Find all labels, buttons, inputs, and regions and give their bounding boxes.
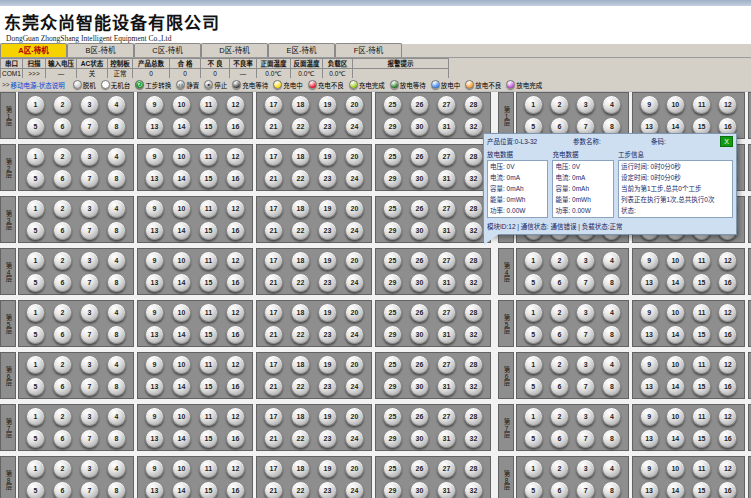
cell-circle-R-8-15[interactable]: 15 — [692, 481, 711, 498]
cell-circle-L-6-4[interactable]: 4 — [107, 355, 126, 374]
cell-circle-L-1-11[interactable]: 11 — [199, 95, 218, 114]
cell-circle-L-5-10[interactable]: 10 — [172, 303, 191, 322]
cell-circle-L-8-6[interactable]: 6 — [53, 481, 72, 498]
cell-circle-L-8-18[interactable]: 18 — [291, 459, 310, 478]
cell-circle-R-1-1[interactable]: 1 — [524, 95, 543, 114]
cell-circle-L-3-21[interactable]: 21 — [264, 221, 283, 240]
cell-circle-L-2-7[interactable]: 7 — [80, 169, 99, 188]
cell-circle-L-8-26[interactable]: 26 — [410, 459, 429, 478]
cell-circle-L-2-31[interactable]: 31 — [437, 169, 456, 188]
cell-circle-L-3-24[interactable]: 24 — [345, 221, 364, 240]
cell-circle-L-6-20[interactable]: 20 — [345, 355, 364, 374]
cell-circle-L-2-23[interactable]: 23 — [318, 169, 337, 188]
cell-circle-L-1-3[interactable]: 3 — [80, 95, 99, 114]
cell-circle-R-8-1[interactable]: 1 — [524, 459, 543, 478]
cell-circle-L-1-12[interactable]: 12 — [226, 95, 245, 114]
cell-circle-L-5-1[interactable]: 1 — [26, 303, 45, 322]
cell-circle-L-3-10[interactable]: 10 — [172, 199, 191, 218]
cell-circle-R-1-12[interactable]: 12 — [718, 95, 737, 114]
cell-circle-L-1-25[interactable]: 25 — [383, 95, 402, 114]
cell-circle-L-5-29[interactable]: 29 — [383, 325, 402, 344]
cell-circle-L-1-4[interactable]: 4 — [107, 95, 126, 114]
cell-circle-L-7-28[interactable]: 28 — [464, 407, 483, 426]
cell-circle-L-5-20[interactable]: 20 — [345, 303, 364, 322]
cell-circle-L-3-20[interactable]: 20 — [345, 199, 364, 218]
cell-circle-L-2-19[interactable]: 19 — [318, 147, 337, 166]
cell-circle-L-4-19[interactable]: 19 — [318, 251, 337, 270]
cell-circle-R-5-3[interactable]: 3 — [576, 303, 595, 322]
cell-circle-R-1-11[interactable]: 11 — [692, 95, 711, 114]
cell-circle-L-5-16[interactable]: 16 — [226, 325, 245, 344]
cell-circle-L-2-26[interactable]: 26 — [410, 147, 429, 166]
cell-circle-L-2-21[interactable]: 21 — [264, 169, 283, 188]
cell-circle-R-8-8[interactable]: 8 — [602, 481, 621, 498]
cell-circle-L-2-30[interactable]: 30 — [410, 169, 429, 188]
cell-circle-L-7-6[interactable]: 6 — [53, 429, 72, 448]
cell-circle-L-8-27[interactable]: 27 — [437, 459, 456, 478]
cell-circle-R-4-6[interactable]: 6 — [550, 273, 569, 292]
cell-circle-L-2-5[interactable]: 5 — [26, 169, 45, 188]
cell-circle-L-6-24[interactable]: 24 — [345, 377, 364, 396]
cell-circle-L-6-22[interactable]: 22 — [291, 377, 310, 396]
cell-circle-R-6-4[interactable]: 4 — [602, 355, 621, 374]
cell-circle-L-6-14[interactable]: 14 — [172, 377, 191, 396]
cell-circle-L-2-3[interactable]: 3 — [80, 147, 99, 166]
cell-circle-R-6-13[interactable]: 13 — [640, 377, 659, 396]
cell-circle-L-2-18[interactable]: 18 — [291, 147, 310, 166]
cell-circle-L-4-27[interactable]: 27 — [437, 251, 456, 270]
popup-close-button[interactable]: X — [720, 136, 733, 147]
cell-circle-R-6-14[interactable]: 14 — [666, 377, 685, 396]
cell-circle-L-5-4[interactable]: 4 — [107, 303, 126, 322]
cell-circle-L-6-26[interactable]: 26 — [410, 355, 429, 374]
cell-circle-L-4-6[interactable]: 6 — [53, 273, 72, 292]
cell-circle-R-4-9[interactable]: 9 — [640, 251, 659, 270]
cell-circle-R-6-11[interactable]: 11 — [692, 355, 711, 374]
cell-circle-L-3-25[interactable]: 25 — [383, 199, 402, 218]
cell-circle-L-5-28[interactable]: 28 — [464, 303, 483, 322]
cell-circle-L-7-16[interactable]: 16 — [226, 429, 245, 448]
cell-circle-L-8-16[interactable]: 16 — [226, 481, 245, 498]
cell-circle-L-3-9[interactable]: 9 — [145, 199, 164, 218]
cell-circle-L-8-28[interactable]: 28 — [464, 459, 483, 478]
cell-circle-L-7-1[interactable]: 1 — [26, 407, 45, 426]
cell-circle-R-5-15[interactable]: 15 — [692, 325, 711, 344]
cell-circle-L-6-19[interactable]: 19 — [318, 355, 337, 374]
cell-circle-R-8-14[interactable]: 14 — [666, 481, 685, 498]
cell-circle-L-4-5[interactable]: 5 — [26, 273, 45, 292]
cell-circle-L-6-9[interactable]: 9 — [145, 355, 164, 374]
cell-circle-L-1-18[interactable]: 18 — [291, 95, 310, 114]
cell-circle-L-7-3[interactable]: 3 — [80, 407, 99, 426]
cell-circle-L-2-6[interactable]: 6 — [53, 169, 72, 188]
cell-circle-L-4-31[interactable]: 31 — [437, 273, 456, 292]
cell-circle-L-8-3[interactable]: 3 — [80, 459, 99, 478]
cell-circle-R-8-5[interactable]: 5 — [524, 481, 543, 498]
cell-circle-L-4-15[interactable]: 15 — [199, 273, 218, 292]
cell-circle-L-4-13[interactable]: 13 — [145, 273, 164, 292]
cell-circle-L-3-1[interactable]: 1 — [26, 199, 45, 218]
cell-circle-L-4-25[interactable]: 25 — [383, 251, 402, 270]
cell-circle-L-4-22[interactable]: 22 — [291, 273, 310, 292]
cell-circle-L-6-6[interactable]: 6 — [53, 377, 72, 396]
cell-circle-R-6-10[interactable]: 10 — [666, 355, 685, 374]
cell-circle-L-6-10[interactable]: 10 — [172, 355, 191, 374]
cell-circle-L-2-16[interactable]: 16 — [226, 169, 245, 188]
cell-circle-L-1-1[interactable]: 1 — [26, 95, 45, 114]
cell-circle-L-6-2[interactable]: 2 — [53, 355, 72, 374]
tab-zone-5[interactable]: E区-待机 — [268, 43, 335, 57]
cell-circle-L-1-20[interactable]: 20 — [345, 95, 364, 114]
cell-circle-R-7-11[interactable]: 11 — [692, 407, 711, 426]
cell-circle-L-4-23[interactable]: 23 — [318, 273, 337, 292]
cell-circle-L-8-17[interactable]: 17 — [264, 459, 283, 478]
cell-circle-L-1-14[interactable]: 14 — [172, 117, 191, 136]
cell-circle-R-1-9[interactable]: 9 — [640, 95, 659, 114]
cell-circle-L-8-4[interactable]: 4 — [107, 459, 126, 478]
cell-circle-L-5-9[interactable]: 9 — [145, 303, 164, 322]
cell-circle-L-3-7[interactable]: 7 — [80, 221, 99, 240]
cell-circle-L-5-15[interactable]: 15 — [199, 325, 218, 344]
cell-circle-L-5-17[interactable]: 17 — [264, 303, 283, 322]
cell-circle-L-5-2[interactable]: 2 — [53, 303, 72, 322]
cell-circle-L-4-29[interactable]: 29 — [383, 273, 402, 292]
cell-circle-L-4-2[interactable]: 2 — [53, 251, 72, 270]
cell-circle-R-8-6[interactable]: 6 — [550, 481, 569, 498]
cell-circle-L-4-3[interactable]: 3 — [80, 251, 99, 270]
